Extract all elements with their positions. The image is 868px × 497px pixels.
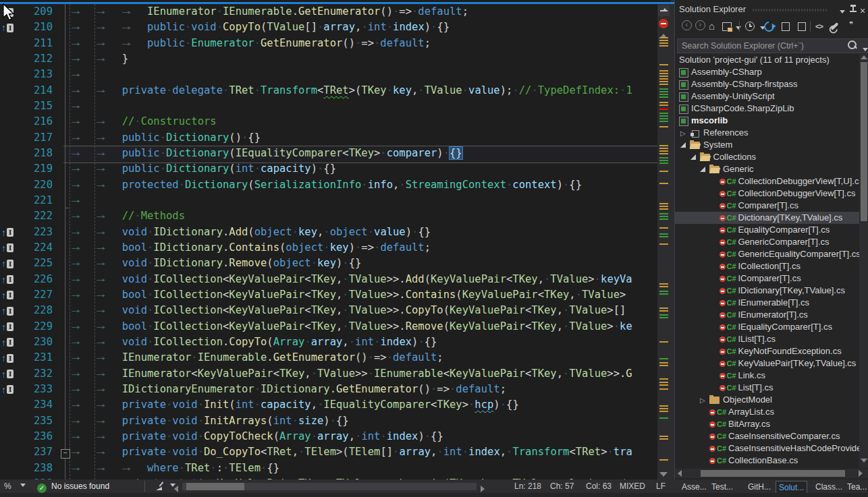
collapse-all-icon[interactable] [782,20,794,32]
implements-interface-glyph-icon[interactable]: ↑I [1,304,13,318]
implements-interface-glyph-icon[interactable]: ↑I [1,241,13,255]
implements-interface-glyph-icon[interactable]: ↑I [1,368,13,381]
tree-item-assembly-unityscript[interactable]: Assembly-UnityScript [675,90,859,103]
tree-item-assembly-csharp[interactable]: Assembly-CSharp [675,66,859,78]
tree-item-ilist-t-cs[interactable]: C#IList[T].cs [675,333,859,345]
chevron-collapsed-icon[interactable]: ▷ [680,127,686,140]
code-cleanup-broom-icon[interactable] [155,481,165,491]
split-editor-handle-icon[interactable] [658,5,670,16]
code-line[interactable]: →→→public·void·CopyTo(TValue[]·array,·in… [65,20,655,35]
tool-window-tab-test[interactable]: Test... [709,481,736,493]
search-icon[interactable] [848,40,857,49]
code-line[interactable]: →→void·IDictionary.Remove(object·key)·{} [65,256,655,271]
tree-item-keyvaluepair-tkey-tvalue-cs[interactable]: C#KeyValuePair[TKey,TValue].cs [675,357,859,370]
overflow-icon[interactable]: ❞ [849,20,861,32]
tool-window-tab-class[interactable]: Class... [813,481,845,493]
code-line[interactable]: → [65,67,655,82]
tree-item-caseinsensitivecomparer-cs[interactable]: C#CaseInsensitiveComparer.cs [675,430,859,442]
tree-item-ienumerable-t-cs[interactable]: C#IEnumerable[T].cs [675,297,859,309]
zoom-dropdown-icon[interactable] [18,479,26,493]
code-line[interactable]: →→bool·ICollection<KeyValuePair<TKey,·TV… [65,319,655,334]
code-line[interactable]: →→void·IDictionary.Add(object·key,·objec… [65,225,655,240]
code-line[interactable]: →→IDictionaryEnumerator·IDictionary.GetE… [65,382,655,397]
code-line[interactable]: →→public·Dictionary()·{} [65,130,655,146]
chevron-collapsed-icon[interactable]: ▷ [700,394,705,407]
code-line[interactable]: →→} [65,51,655,67]
tree-item-assembly-csharp-firstpass[interactable]: Assembly-CSharp-firstpass [675,78,859,90]
tree-item-iequalitycomparer-t-cs[interactable]: C#IEqualityComparer[T].cs [675,321,859,333]
code-editor[interactable]: 2092102112122132142152162172182192202212… [0,0,671,479]
tree-item-objectmodel[interactable]: ▷ObjectModel [675,394,859,406]
tree-item-solution-project-gui-11-of-11-projects[interactable]: Solution 'project-gui' (11 of 11 project… [675,54,859,66]
tree-item-collectiondebuggerview-t-u-cs[interactable]: C#CollectionDebuggerView[T,U].cs [675,175,859,187]
code-line[interactable]: → [65,193,655,208]
tree-item-link-cs[interactable]: C#Link.cs [675,370,859,382]
tool-window-tab-asse[interactable]: Asse... [679,481,709,493]
code-line[interactable]: →→IEnumerator·IEnumerable.GetEnumerator(… [65,350,655,366]
tool-window-tab-solut[interactable]: Solut... [776,481,807,494]
code-line[interactable]: →→bool·IDictionary.Contains(object·key)·… [65,240,655,256]
code-line[interactable]: →→void·ICollection<KeyValuePair<TKey,·TV… [65,272,655,287]
tree-item-collectionbase-cs[interactable]: C#CollectionBase.cs [675,455,859,467]
code-line[interactable]: →→public·Dictionary(IEqualityComparer<TK… [65,146,655,161]
issues-status-text[interactable]: No issues found [51,479,109,493]
view-code-icon[interactable]: <> [815,20,828,32]
tree-item-dictionary-tkey-tvalue-cs[interactable]: C#Dictionary[TKey,TValue].cs [675,212,859,224]
tree-item-icomparer-t-cs[interactable]: C#IComparer[T].cs [675,272,859,285]
tree-item-arraylist-cs[interactable]: C#ArrayList.cs [675,406,859,418]
tree-item-genericequalitycomparer-t-cs[interactable]: C#GenericEqualityComparer[T].cs [675,248,859,260]
tree-vertical-scrollbar[interactable] [859,54,868,468]
scrollbar-thumb[interactable] [186,483,244,490]
code-content[interactable]: →→→IEnumerator·IEnumerable.GetEnumerator… [65,0,655,479]
tree-item-genericcomparer-t-cs[interactable]: C#GenericComparer[T].cs [675,236,859,248]
editor-scrollbar[interactable] [657,4,671,479]
implements-interface-glyph-icon[interactable]: ↑I [1,383,13,397]
tree-item-equalitycomparer-t-cs[interactable]: C#EqualityComparer[T].cs [675,224,859,236]
tree-item-mscorlib[interactable]: mscorlib [675,115,859,127]
solution-tree[interactable]: Solution 'project-gui' (11 of 11 project… [675,54,859,468]
code-line[interactable]: →→private·void·Init(int·capacity,·IEqual… [65,397,655,413]
back-icon[interactable]: ‹ [682,20,694,32]
chevron-expanded-icon[interactable] [700,167,705,172]
scrollbar-thumb[interactable] [861,62,867,221]
tree-item-collections[interactable]: Collections [675,151,859,163]
code-line[interactable]: →→void·ICollection.CopyTo(Array·array,·i… [65,334,655,350]
status-char-position[interactable]: Ch: 57 [550,479,574,493]
code-line[interactable]: →→private·delegate·TRet·Transform<TRet>(… [65,83,655,98]
status-column[interactable]: Col: 63 [586,479,612,493]
code-line[interactable]: → [65,98,655,114]
forward-icon[interactable]: › [695,20,707,32]
tree-item-generic[interactable]: Generic [675,163,859,175]
code-line[interactable]: →→//·Methods [65,208,655,224]
collapse-region-button[interactable]: − [61,449,70,459]
properties-wrench-icon[interactable] [830,20,842,32]
scroll-down-button[interactable] [861,459,867,463]
implements-interface-glyph-icon[interactable]: ↑I [1,226,13,239]
implements-interface-glyph-icon[interactable]: ↑I [1,21,13,34]
code-line[interactable]: →→//·Constructors [65,114,655,129]
home-icon[interactable]: ⌂ [709,20,721,32]
pin-icon[interactable] [849,5,857,14]
scrollbar-thumb[interactable] [701,470,845,477]
status-encoding[interactable]: MIXED [620,479,645,493]
status-line-ending[interactable]: LF [656,479,666,493]
scroll-up-button[interactable] [861,55,867,59]
chevron-expanded-icon[interactable] [690,154,696,160]
scroll-right-button[interactable] [859,470,863,477]
code-line[interactable]: →→→public·Enumerator·GetEnumerator()·=>·… [65,36,655,51]
code-line[interactable]: →→private·void·InitArrays(int·size)·{} [65,413,655,429]
implements-interface-glyph-icon[interactable]: ↑I [1,273,13,287]
implements-interface-glyph-icon[interactable]: ↑I [1,336,13,349]
tree-item-icsharpcode-sharpziplib[interactable]: ICSharpCode.SharpZipLib [675,103,859,115]
tree-item-comparer-t-cs[interactable]: C#Comparer[T].cs [675,200,859,212]
tree-item-references[interactable]: ▷References [675,127,859,139]
tool-window-tab-gith[interactable]: GitH... [745,481,774,493]
zoom-control[interactable]: % [4,479,11,493]
preview-icon[interactable] [798,20,810,32]
tree-item-caseinsensitivehashcodeprovider-cs[interactable]: C#CaseInsensitiveHashCodeProvider.cs [675,442,859,455]
editor-horizontal-scrollbar[interactable] [182,483,477,490]
tree-item-keynotfoundexception-cs[interactable]: C#KeyNotFoundException.cs [675,345,859,357]
code-line[interactable]: →→void·ICollection<KeyValuePair<TKey,·TV… [65,303,655,318]
code-line[interactable]: →→IEnumerator<KeyValuePair<TKey,·TValue>… [65,366,655,382]
refresh-icon[interactable] [764,20,776,32]
